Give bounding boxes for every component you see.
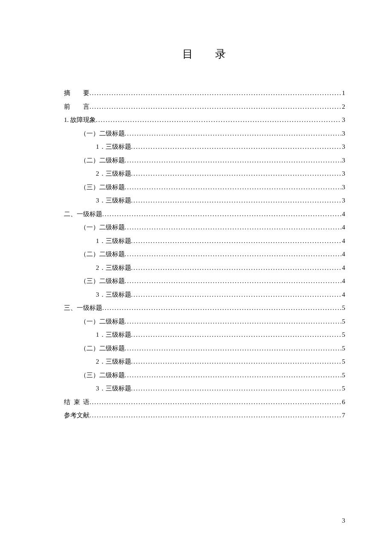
toc-leader-dots <box>102 208 341 221</box>
toc-entry-label: 2．三级标题 <box>96 355 131 369</box>
toc-entry: （三）二级标题4 <box>64 275 345 288</box>
document-page: 目录 摘要1前言21. 故障现象3（一）二级标题31．三级标题3（二）二级标题3… <box>0 0 392 555</box>
toc-entry: 1．三级标题3 <box>64 140 345 154</box>
toc-entry: （一）二级标题3 <box>64 127 345 141</box>
toc-entry-page: 3 <box>341 181 346 194</box>
toc-entry-label: （二）二级标题 <box>80 154 125 168</box>
toc-entry: 3．三级标题3 <box>64 194 345 208</box>
toc-entry-page: 1 <box>341 87 346 100</box>
toc-entry-label: 二、一级标题 <box>64 208 102 221</box>
toc-entry: 摘要1 <box>64 87 345 100</box>
toc-entry-page: 5 <box>341 369 346 382</box>
toc-entry-label: （二）二级标题 <box>80 342 125 356</box>
toc-entry: 三、一级标题5 <box>64 301 345 315</box>
toc-leader-dots <box>131 167 341 181</box>
toc-title-char2: 录 <box>215 48 227 60</box>
toc-title-char1: 目 <box>182 48 194 60</box>
toc-entry: 二、一级标题4 <box>64 208 345 221</box>
toc-entry-page: 6 <box>341 396 346 409</box>
toc-leader-dots <box>131 382 341 396</box>
toc-leader-dots <box>131 355 341 369</box>
toc-entry: 3．三级标题4 <box>64 288 345 302</box>
toc-entry: 1. 故障现象3 <box>64 113 345 127</box>
toc-leader-dots <box>125 181 341 194</box>
toc-entry-label: 1．三级标题 <box>96 328 131 342</box>
toc-entry-page: 3 <box>341 140 346 154</box>
toc-leader-dots <box>125 275 341 288</box>
toc-list: 摘要1前言21. 故障现象3（一）二级标题31．三级标题3（二）二级标题32．三… <box>64 87 345 422</box>
toc-leader-dots <box>131 234 341 248</box>
toc-entry-page: 2 <box>341 100 346 114</box>
toc-entry: 2．三级标题4 <box>64 261 345 275</box>
toc-leader-dots <box>89 87 341 100</box>
toc-entry-page: 4 <box>341 221 346 234</box>
toc-leader-dots <box>131 194 341 208</box>
toc-entry-page: 7 <box>341 409 346 422</box>
toc-entry-label: （三）二级标题 <box>80 369 125 382</box>
toc-leader-dots <box>89 409 341 422</box>
toc-entry-page: 5 <box>341 355 346 369</box>
toc-entry-label: 1. 故障现象 <box>64 113 96 127</box>
toc-leader-dots <box>131 328 341 342</box>
toc-leader-dots <box>131 140 341 154</box>
toc-entry: （一）二级标题5 <box>64 315 345 329</box>
toc-entry: （二）二级标题3 <box>64 154 345 168</box>
toc-entry-label: 2．三级标题 <box>96 261 131 275</box>
toc-entry-page: 4 <box>341 208 346 221</box>
toc-leader-dots <box>102 301 341 315</box>
toc-entry-page: 5 <box>341 301 346 315</box>
toc-entry-page: 5 <box>341 328 346 342</box>
toc-entry-page: 4 <box>341 234 346 248</box>
toc-entry: 参考文献7 <box>64 409 345 422</box>
toc-entry-page: 4 <box>341 248 346 261</box>
toc-entry-label: （二）二级标题 <box>80 248 125 261</box>
toc-leader-dots <box>131 288 341 302</box>
toc-entry-label: 结束语 <box>64 396 89 409</box>
toc-leader-dots <box>125 248 341 261</box>
toc-entry: 2．三级标题5 <box>64 355 345 369</box>
toc-entry: （三）二级标题3 <box>64 181 345 194</box>
page-number: 3 <box>342 517 346 524</box>
toc-entry-page: 3 <box>341 154 346 168</box>
toc-entry-page: 4 <box>341 288 346 302</box>
toc-entry-page: 3 <box>341 167 346 181</box>
toc-entry-label: 三、一级标题 <box>64 301 102 315</box>
toc-entry: 前言2 <box>64 100 345 114</box>
toc-entry-label: 3．三级标题 <box>96 194 131 208</box>
toc-entry: 1．三级标题5 <box>64 328 345 342</box>
toc-leader-dots <box>125 369 341 382</box>
toc-entry-label: （一）二级标题 <box>80 127 125 141</box>
toc-entry-label: 前言 <box>64 100 89 114</box>
toc-entry-page: 4 <box>341 261 346 275</box>
toc-entry-page: 4 <box>341 275 346 288</box>
toc-entry-label: 3．三级标题 <box>96 288 131 302</box>
toc-entry-label: 摘要 <box>64 87 89 100</box>
toc-entry-page: 5 <box>341 382 346 396</box>
toc-leader-dots <box>125 315 341 329</box>
toc-entry-page: 3 <box>341 194 346 208</box>
toc-entry-label: 3．三级标题 <box>96 382 131 396</box>
toc-entry-label: 参考文献 <box>64 409 89 422</box>
toc-entry-label: （三）二级标题 <box>80 181 125 194</box>
toc-entry: 2．三级标题3 <box>64 167 345 181</box>
toc-entry-label: 2．三级标题 <box>96 167 131 181</box>
toc-entry: 1．三级标题4 <box>64 234 345 248</box>
toc-leader-dots <box>125 342 341 356</box>
toc-leader-dots <box>125 221 341 234</box>
toc-entry-label: （三）二级标题 <box>80 275 125 288</box>
toc-title: 目录 <box>64 47 345 61</box>
toc-entry-label: （一）二级标题 <box>80 221 125 234</box>
toc-entry: （二）二级标题5 <box>64 342 345 356</box>
toc-entry-page: 3 <box>341 127 346 141</box>
toc-entry-page: 5 <box>341 315 346 329</box>
toc-entry: （三）二级标题5 <box>64 369 345 382</box>
toc-leader-dots <box>131 261 341 275</box>
toc-leader-dots <box>96 113 341 127</box>
toc-leader-dots <box>125 127 341 141</box>
toc-leader-dots <box>89 396 341 409</box>
toc-entry-page: 3 <box>341 113 346 127</box>
toc-entry: 结束语6 <box>64 396 345 409</box>
toc-entry: 3．三级标题5 <box>64 382 345 396</box>
toc-entry-label: 1．三级标题 <box>96 140 131 154</box>
toc-entry: （一）二级标题4 <box>64 221 345 234</box>
